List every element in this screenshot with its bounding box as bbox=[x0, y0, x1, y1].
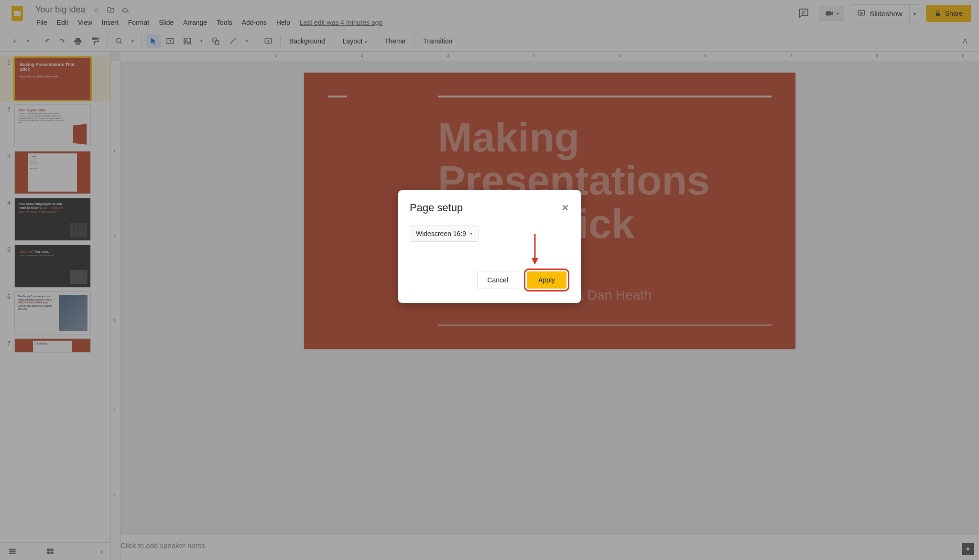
annotation-arrow bbox=[530, 233, 540, 267]
dialog-title: Page setup bbox=[410, 202, 463, 214]
annotation-highlight: Apply bbox=[524, 269, 569, 291]
page-setup-dialog: Page setup ✕ Widescreen 16:9 ▾ Cancel Ap… bbox=[398, 190, 581, 303]
close-icon[interactable]: ✕ bbox=[561, 202, 569, 214]
aspect-ratio-select[interactable]: Widescreen 16:9 ▾ bbox=[410, 226, 479, 242]
apply-button[interactable]: Apply bbox=[527, 271, 566, 289]
cancel-button[interactable]: Cancel bbox=[477, 271, 518, 289]
chevron-down-icon: ▾ bbox=[470, 231, 472, 236]
select-value: Widescreen 16:9 bbox=[416, 230, 466, 237]
